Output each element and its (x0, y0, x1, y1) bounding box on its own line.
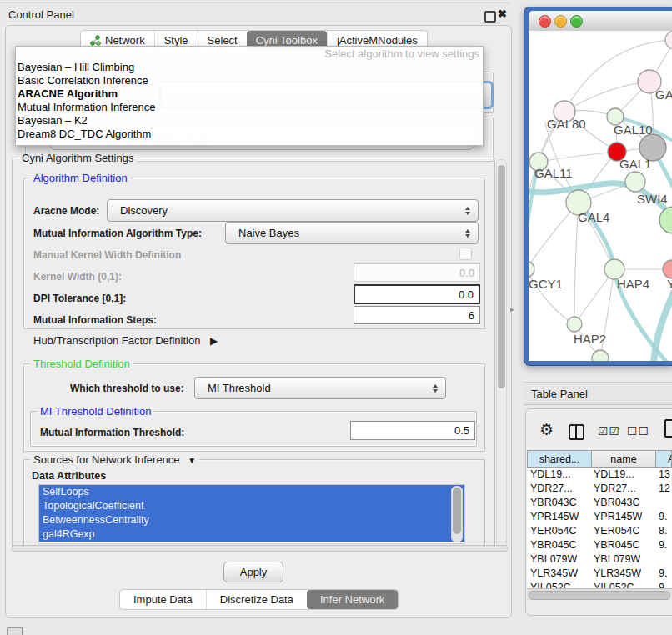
table-scrollbar-thumb[interactable] (529, 591, 670, 600)
dpi-tolerance-label: DPI Tolerance [0,1]: (33, 292, 126, 304)
node-label: GAL1 (619, 157, 651, 171)
attributes-scrollbar[interactable] (451, 486, 463, 542)
network-window[interactable]: GAL7 GAL80 GAL10 GAL1 GAL11 SWI4 GAL4 GC… (524, 7, 672, 366)
minimize-window-icon[interactable] (554, 15, 567, 28)
popup-item-selected[interactable]: ARACNE Algorithm (16, 88, 483, 101)
algorithm-select-popup: Select algorithm to view settings Bayesi… (15, 46, 484, 146)
node-label: GAL80 (547, 117, 586, 131)
hub-definition-expander[interactable]: Hub/Transcription Factor Definition ▶ (33, 334, 218, 347)
which-threshold-value: MI Threshold (195, 382, 271, 394)
cell[interactable]: YPR145W (530, 510, 579, 524)
cell[interactable]: 9 (659, 581, 664, 588)
cell[interactable]: YER054C (594, 524, 640, 538)
apply-button[interactable]: Apply (223, 562, 283, 582)
popup-item[interactable]: Dream8 DC_TDC Algorithm (16, 128, 483, 141)
cell[interactable]: YPR145W (594, 510, 642, 524)
attribute-item[interactable]: BetweennessCentrality (39, 513, 464, 528)
cell[interactable]: YBR043C (530, 496, 577, 510)
kernel-width-label: Kernel Width (0,1): (33, 271, 122, 282)
cell[interactable]: YDL19... (594, 468, 634, 482)
tab-network-label: Network (105, 34, 145, 47)
mi-threshold-field[interactable]: 0.5 (350, 421, 475, 440)
table-body: YDL19... YDL19... 13 YDR27... YDR27... 1… (527, 468, 672, 588)
clear-all-checks-icon[interactable]: ☐☐ (627, 424, 649, 438)
node-label: GAL4 (578, 210, 609, 224)
dpi-tolerance-field[interactable]: 0.0 (354, 284, 480, 304)
close-panel-icon[interactable]: ✖ (498, 8, 507, 20)
cell[interactable]: 9. (659, 567, 667, 581)
column-header-shared-name[interactable]: shared... (527, 450, 592, 468)
cell[interactable]: YBL079W (530, 552, 577, 567)
algorithm-definition-title: Algorithm Definition (30, 172, 131, 184)
node-salmon[interactable] (663, 260, 672, 278)
cell[interactable]: YBR045C (594, 538, 640, 552)
cell[interactable]: YIL052C (530, 581, 571, 588)
cell[interactable]: YIL052C (594, 581, 634, 588)
cell[interactable]: 13 (659, 468, 670, 482)
sources-group-title[interactable]: Sources for Network Inference ▼ (30, 453, 199, 466)
split-columns-icon[interactable] (569, 424, 584, 440)
kernel-width-field[interactable]: 0.0 (354, 263, 480, 282)
cell[interactable]: 9. (659, 538, 667, 552)
node-green-right[interactable] (659, 207, 672, 233)
cell[interactable]: YDL19... (530, 468, 571, 482)
mi-type-combobox[interactable]: Naive Bayes (225, 222, 479, 244)
cell[interactable]: 8. (659, 524, 667, 538)
attributes-scrollbar-thumb[interactable] (453, 488, 461, 534)
document-icon[interactable] (664, 419, 672, 438)
mi-steps-field[interactable]: 6 (354, 306, 480, 324)
table-horizontal-scrollbar[interactable] (527, 588, 672, 600)
settings-scrollbar-thumb[interactable] (498, 165, 505, 388)
manual-kernel-checkbox[interactable] (459, 248, 472, 260)
close-window-icon[interactable] (539, 15, 551, 28)
aracne-mode-combobox[interactable]: Discovery (107, 199, 479, 222)
cell[interactable]: YER054C (530, 524, 577, 538)
attribute-item[interactable]: TopologicalCoefficient (39, 499, 464, 513)
float-panel-icon[interactable] (484, 11, 496, 22)
node-hap2[interactable] (567, 317, 582, 332)
cell[interactable]: YBR043C (594, 496, 640, 510)
minimized-panel-icon[interactable] (7, 627, 23, 635)
cell[interactable]: YLR345W (594, 567, 641, 581)
cell[interactable]: YDR27... (530, 482, 573, 496)
network-graph: GAL7 GAL80 GAL10 GAL1 GAL11 SWI4 GAL4 GC… (529, 31, 672, 361)
cell[interactable]: YBR045C (530, 538, 577, 552)
node-swi4[interactable] (625, 172, 645, 192)
sources-title-text: Sources for Network Inference (33, 453, 180, 466)
node-label: HAP4 (617, 277, 649, 291)
zoom-window-icon[interactable] (570, 15, 583, 28)
node-gcy1[interactable] (529, 261, 534, 278)
bottom-tabbar: Impute Data Discretize Data Infer Networ… (119, 589, 399, 610)
node[interactable] (665, 31, 672, 49)
mi-threshold-label: Mutual Information Threshold: (40, 427, 184, 438)
popup-item[interactable]: Bayesian – K2 (16, 114, 483, 128)
cell[interactable]: YLR345W (530, 567, 578, 581)
attribute-item[interactable]: SelfLoops (39, 485, 464, 499)
control-panel-title: Control Panel (8, 8, 74, 21)
network-window-titlebar[interactable] (529, 11, 672, 32)
tab-infer-network[interactable]: Infer Network (307, 590, 398, 609)
column-header-partial[interactable]: A (655, 450, 672, 468)
network-tab-icon (90, 35, 101, 46)
tab-discretize-data[interactable]: Discretize Data (206, 590, 307, 609)
settings-vertical-scrollbar[interactable] (496, 159, 507, 548)
tab-impute-data[interactable]: Impute Data (120, 590, 206, 609)
cell[interactable]: 9. (659, 510, 667, 524)
column-header-name[interactable]: name (591, 450, 656, 468)
popup-item[interactable]: Bayesian – Hill Climbing (16, 61, 483, 74)
select-all-checks-icon[interactable]: ☑☑ (598, 424, 620, 438)
popup-item[interactable]: Mutual Information Inference (16, 101, 483, 114)
expander-arrow-icon: ▶ (210, 335, 218, 347)
mi-type-value: Naive Bayes (226, 227, 299, 239)
cell[interactable]: YBL079W (594, 552, 640, 567)
cell[interactable]: 12 (659, 482, 670, 496)
attribute-item[interactable]: gal4RGexp (39, 528, 464, 542)
which-threshold-combobox[interactable]: MI Threshold (194, 377, 446, 399)
which-threshold-label: Which threshold to use: (70, 382, 184, 394)
gear-icon[interactable]: ⚙ (539, 420, 554, 439)
splitter-arrow-icon[interactable]: ▸ (510, 305, 514, 313)
cell[interactable]: YDR27... (594, 482, 636, 496)
combo-arrows-icon (465, 229, 470, 238)
network-canvas[interactable]: GAL7 GAL80 GAL10 GAL1 GAL11 SWI4 GAL4 GC… (529, 31, 672, 361)
popup-item[interactable]: Basic Correlation Inference (16, 74, 483, 88)
